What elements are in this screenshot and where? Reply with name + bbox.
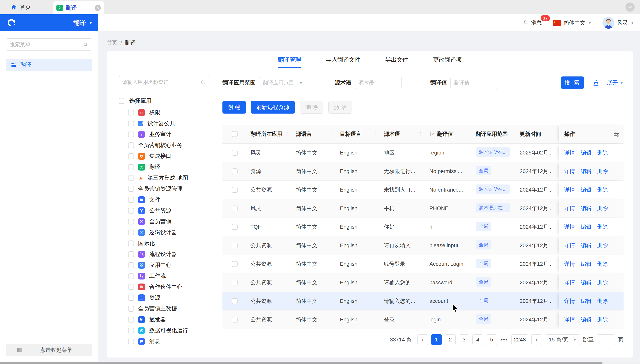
column-menu-icon[interactable]: ⋮ xyxy=(551,131,557,137)
app-title[interactable]: 翻译 ▼ xyxy=(73,18,93,27)
clear-filters-icon[interactable] xyxy=(592,79,600,86)
row-checkbox[interactable] xyxy=(232,280,238,286)
tree-item[interactable]: 逻辑设计器 xyxy=(119,227,209,238)
tree-item[interactable]: 公共资源 xyxy=(119,205,209,216)
select-all-rows-checkbox[interactable] xyxy=(232,131,238,137)
active-browser-tab[interactable]: 文 翻译 × xyxy=(53,1,104,14)
column-menu-icon[interactable]: ⋮ xyxy=(373,131,378,137)
tree-item[interactable]: 流程设计器 xyxy=(119,249,209,260)
value-filter-input[interactable]: 翻译值 xyxy=(450,77,497,89)
tree-item-checkbox[interactable] xyxy=(128,240,134,246)
row-action-编辑[interactable]: 编辑 xyxy=(581,205,591,212)
row-checkbox[interactable] xyxy=(232,298,238,304)
jump-page-input[interactable] xyxy=(597,334,615,345)
home-tab[interactable]: 首页 xyxy=(11,0,31,14)
table-row[interactable]: 风灵简体中文English手机PHONE源术语所在...2024年12月...详… xyxy=(222,199,623,218)
column-menu-icon[interactable]: ⋮ xyxy=(464,131,470,137)
tree-item[interactable]: 设计器公共 xyxy=(119,118,209,129)
tree-item-checkbox[interactable] xyxy=(128,164,134,170)
row-action-删除[interactable]: 删除 xyxy=(597,242,608,249)
tree-item[interactable]: 文件 xyxy=(119,194,209,205)
term-filter-input[interactable]: 源术语 xyxy=(355,77,402,89)
page-button[interactable]: 3 xyxy=(459,334,469,345)
tree-item[interactable]: 全员营销 xyxy=(119,216,209,227)
column-menu-icon[interactable]: ⋮ xyxy=(285,131,290,137)
search-button[interactable]: 搜 索 xyxy=(561,76,584,89)
app-search-input[interactable]: 请输入应用名称查询 xyxy=(119,76,209,88)
tree-item-checkbox[interactable] xyxy=(128,328,134,334)
row-action-详情[interactable]: 详情 xyxy=(564,186,575,194)
tree-item-checkbox[interactable] xyxy=(128,317,134,322)
row-action-编辑[interactable]: 编辑 xyxy=(581,260,591,268)
tree-item[interactable]: 合作伙伴中心 xyxy=(119,282,209,292)
tree-item-checkbox[interactable] xyxy=(128,295,134,301)
tree-item[interactable]: 全员营销核心业务 xyxy=(119,140,209,151)
tree-item[interactable]: 全员营销资源管理 xyxy=(119,183,209,194)
user-menu[interactable]: 风灵 ▼ xyxy=(602,17,634,29)
tree-item[interactable]: 第三方集成-地图 xyxy=(119,172,209,183)
row-action-详情[interactable]: 详情 xyxy=(564,149,575,156)
row-checkbox[interactable] xyxy=(232,150,238,156)
row-action-详情[interactable]: 详情 xyxy=(564,223,575,230)
table-row[interactable]: 公共资源简体中文English未找到入口...No entrance...源术语… xyxy=(222,181,623,199)
select-all-apps[interactable]: 选择应用 xyxy=(119,97,209,105)
column-menu-icon[interactable]: ⋮ xyxy=(418,131,423,137)
table-row[interactable]: 公共资源简体中文English请输入您的...password全局2024年12… xyxy=(222,274,623,292)
tree-item-checkbox[interactable] xyxy=(128,132,134,137)
row-action-编辑[interactable]: 编辑 xyxy=(581,316,591,323)
tab-translate-manage[interactable]: 翻译管理 xyxy=(278,52,301,68)
table-row[interactable]: 资源简体中文English无权限进行...No permissi...全局202… xyxy=(222,162,623,181)
row-checkbox[interactable] xyxy=(232,317,238,322)
tree-item-checkbox[interactable] xyxy=(128,110,134,116)
column-settings-icon[interactable] xyxy=(613,131,620,137)
tree-item[interactable]: 国际化 xyxy=(119,238,209,249)
tree-item-checkbox[interactable] xyxy=(128,121,134,126)
tree-item-checkbox[interactable] xyxy=(128,219,134,224)
scope-filter-select[interactable]: 翻译应用范围 ∨ xyxy=(259,77,306,89)
row-checkbox[interactable] xyxy=(232,168,238,174)
page-button[interactable]: 1 xyxy=(431,334,442,345)
table-row[interactable]: TQH简体中文English你好hi全局2024年12月...详情编辑删除 xyxy=(222,218,623,236)
tree-item-checkbox[interactable] xyxy=(128,338,134,344)
tree-item[interactable]: 文翻译 xyxy=(119,162,209,172)
page-button[interactable]: 2 xyxy=(445,334,456,345)
tree-item[interactable]: 应用中心 xyxy=(119,260,209,270)
next-page-button[interactable]: › xyxy=(531,334,542,345)
row-checkbox[interactable] xyxy=(232,187,238,193)
row-action-删除[interactable]: 删除 xyxy=(597,205,608,212)
column-menu-icon[interactable]: ⋮ xyxy=(329,131,334,137)
row-action-删除[interactable]: 删除 xyxy=(597,298,608,305)
row-action-编辑[interactable]: 编辑 xyxy=(581,242,591,249)
row-action-删除[interactable]: 删除 xyxy=(597,149,608,156)
breadcrumb-home[interactable]: 首页 xyxy=(107,39,118,46)
tree-item[interactable]: 数据可视化运行 xyxy=(119,325,209,336)
prev-page-button[interactable]: ‹ xyxy=(417,334,428,345)
tree-item-checkbox[interactable] xyxy=(128,186,134,192)
tree-item-checkbox[interactable] xyxy=(128,262,134,268)
row-action-删除[interactable]: 删除 xyxy=(597,279,608,286)
tree-item[interactable]: 业务审计 xyxy=(119,129,209,140)
tab-import-files[interactable]: 导入翻译文件 xyxy=(326,52,360,68)
row-action-详情[interactable]: 详情 xyxy=(564,298,575,305)
collapse-menu-button[interactable]: 点击收起菜单 xyxy=(6,344,92,356)
tree-item-checkbox[interactable] xyxy=(128,306,134,312)
tab-export-files[interactable]: 导出文件 xyxy=(385,52,408,68)
tree-item-checkbox[interactable] xyxy=(128,273,134,279)
tree-item[interactable]: 全员营销主数据 xyxy=(119,303,209,314)
row-action-详情[interactable]: 详情 xyxy=(564,168,575,175)
tree-item[interactable]: 触发器 xyxy=(119,314,209,325)
tree-item[interactable]: 资源 xyxy=(119,292,209,303)
page-button[interactable]: 4 xyxy=(472,334,483,345)
last-page-button[interactable]: 2248 xyxy=(511,334,528,345)
page-button[interactable]: 5 xyxy=(486,334,497,345)
row-action-删除[interactable]: 删除 xyxy=(597,316,608,323)
tree-item[interactable]: 工作流 xyxy=(119,270,209,282)
column-menu-icon[interactable]: ⋮ xyxy=(508,131,513,137)
tree-item[interactable]: 集成接口 xyxy=(119,151,209,162)
page-size-select[interactable]: 15 条/页 ∨ xyxy=(545,334,580,345)
row-checkbox[interactable] xyxy=(232,206,238,211)
row-action-详情[interactable]: 详情 xyxy=(564,316,575,323)
create-button[interactable]: 创 建 xyxy=(222,101,246,114)
row-checkbox[interactable] xyxy=(232,224,238,230)
tree-item-checkbox[interactable] xyxy=(128,142,134,148)
